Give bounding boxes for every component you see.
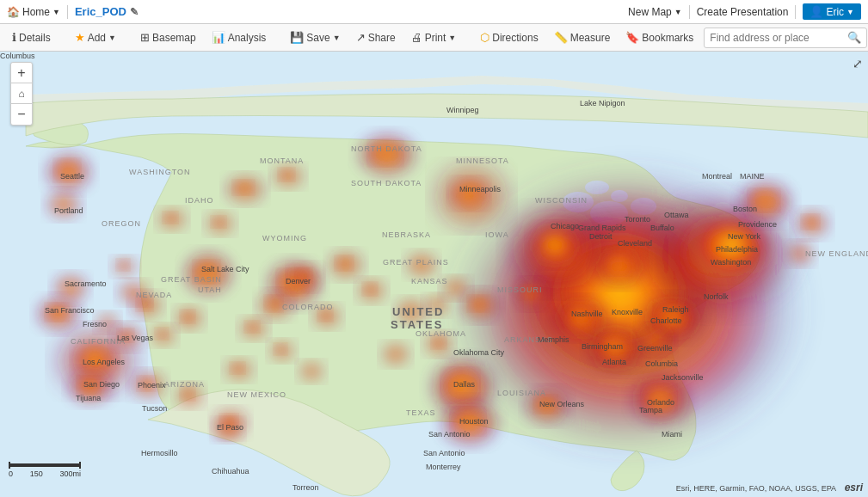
measure-button[interactable]: 📏 Measure: [547, 28, 618, 46]
scale-bar: 0 150 300mi: [9, 462, 81, 478]
svg-point-32: [78, 377, 99, 394]
analysis-label: Analysis: [228, 32, 267, 44]
basemap-icon: ⊞: [140, 31, 150, 44]
svg-point-98: [298, 360, 325, 383]
svg-point-85: [750, 190, 778, 211]
svg-point-18: [194, 261, 219, 282]
add-chevron-icon: ▼: [108, 34, 116, 42]
search-input[interactable]: [710, 32, 847, 44]
details-button[interactable]: ℹ Details: [5, 28, 58, 46]
print-button[interactable]: 🖨 Print ▼: [404, 28, 464, 46]
svg-point-61: [234, 181, 253, 194]
svg-point-102: [118, 329, 133, 341]
directions-button[interactable]: ⬡ Directions: [473, 28, 545, 46]
user-icon: 👤: [810, 5, 823, 18]
home-label: Home: [22, 6, 50, 18]
zoom-out-button[interactable]: −: [11, 104, 32, 125]
divider: [795, 5, 796, 19]
toolbar: ℹ Details ★ Add ▼ ⊞ Basemap 📊 Analysis 💾…: [0, 24, 868, 52]
measure-label: Measure: [570, 32, 611, 44]
expand-button[interactable]: ⤢: [853, 57, 863, 71]
map-container[interactable]: WASHINGTON OREGON CALIFORNIA IDAHO MONTA…: [0, 52, 868, 497]
print-chevron-icon: ▼: [448, 34, 456, 42]
svg-point-81: [404, 251, 439, 279]
share-icon: ↗: [356, 31, 366, 44]
details-label: Details: [19, 32, 51, 44]
svg-point-105: [212, 418, 243, 442]
svg-point-69: [181, 388, 194, 400]
svg-point-50: [265, 296, 282, 311]
svg-point-26: [656, 305, 686, 328]
user-chevron-icon: ▼: [846, 8, 854, 16]
svg-point-35: [52, 273, 89, 304]
home-chevron-icon: ▼: [52, 8, 60, 16]
bookmarks-icon: 🔖: [625, 31, 639, 44]
home-button[interactable]: 🏠 Home ▼: [7, 6, 60, 18]
search-icon[interactable]: 🔍: [847, 31, 861, 44]
esri-logo: esri: [845, 482, 863, 494]
scale-label: 0: [9, 469, 13, 478]
map-attribution: Esri, HERE, Garmin, FAO, NOAA, USGS, EPA…: [676, 482, 863, 494]
zoom-in-button[interactable]: +: [11, 63, 32, 83]
save-icon: 💾: [290, 31, 304, 44]
add-label: Add: [88, 32, 106, 44]
divider: [67, 5, 68, 19]
share-button[interactable]: ↗ Share: [349, 28, 403, 46]
basemap-button[interactable]: ⊞ Basemap: [133, 28, 203, 46]
svg-point-104: [231, 363, 244, 373]
svg-point-95: [245, 322, 259, 332]
svg-point-24: [600, 334, 627, 359]
svg-point-73: [606, 255, 630, 274]
svg-point-45: [156, 328, 168, 339]
create-presentation-button[interactable]: Create Presentation: [697, 6, 789, 18]
details-icon: ℹ: [12, 31, 16, 44]
map-svg: [0, 52, 868, 497]
svg-point-48: [117, 260, 129, 270]
svg-point-83: [163, 212, 177, 223]
new-map-button[interactable]: New Map ▼: [628, 6, 682, 18]
svg-point-59: [432, 336, 446, 348]
map-title-text: Eric_POD: [75, 5, 126, 18]
svg-point-14: [370, 141, 401, 165]
svg-point-12: [450, 178, 488, 209]
save-chevron-icon: ▼: [333, 34, 341, 42]
bookmarks-label: Bookmarks: [642, 32, 693, 44]
svg-point-71: [565, 307, 593, 326]
svg-point-22: [452, 408, 483, 434]
share-label: Share: [368, 32, 396, 44]
svg-point-52: [318, 309, 332, 321]
basemap-label: Basemap: [152, 32, 196, 44]
search-box[interactable]: 🔍: [704, 28, 867, 48]
user-button[interactable]: 👤 Eric ▼: [803, 3, 861, 20]
svg-point-88: [785, 241, 816, 267]
attribution-text: Esri, HERE, Garmin, FAO, NOAA, USGS, EPA: [676, 484, 836, 493]
new-map-label: New Map: [628, 6, 672, 18]
svg-point-90: [336, 256, 353, 270]
svg-point-54: [296, 268, 311, 282]
directions-label: Directions: [492, 32, 538, 44]
user-label: Eric: [826, 6, 844, 18]
svg-point-76: [637, 324, 674, 355]
svg-point-80: [521, 285, 539, 299]
scale-max: 300mi: [59, 469, 81, 478]
home-zoom-button[interactable]: ⌂: [11, 83, 32, 104]
add-button[interactable]: ★ Add ▼: [68, 28, 123, 46]
svg-point-55: [394, 298, 428, 325]
svg-point-97: [274, 344, 286, 354]
top-bar: 🏠 Home ▼ Eric_POD ✎ New Map ▼ Create Pre…: [0, 0, 868, 24]
svg-point-10: [529, 224, 581, 267]
measure-icon: 📏: [554, 31, 568, 44]
svg-point-34: [46, 304, 67, 321]
svg-point-93: [380, 341, 411, 367]
save-button[interactable]: 💾 Save ▼: [283, 28, 347, 46]
analysis-button[interactable]: 📊 Analysis: [205, 28, 274, 46]
edit-icon[interactable]: ✎: [130, 6, 139, 18]
bookmarks-button[interactable]: 🔖 Bookmarks: [619, 28, 700, 46]
svg-point-63: [279, 169, 294, 181]
home-icon: 🏠: [7, 6, 20, 18]
print-icon: 🖨: [411, 31, 422, 44]
svg-point-75: [535, 396, 556, 413]
print-label: Print: [425, 32, 446, 44]
svg-point-87: [802, 215, 819, 229]
svg-point-20: [443, 370, 477, 401]
